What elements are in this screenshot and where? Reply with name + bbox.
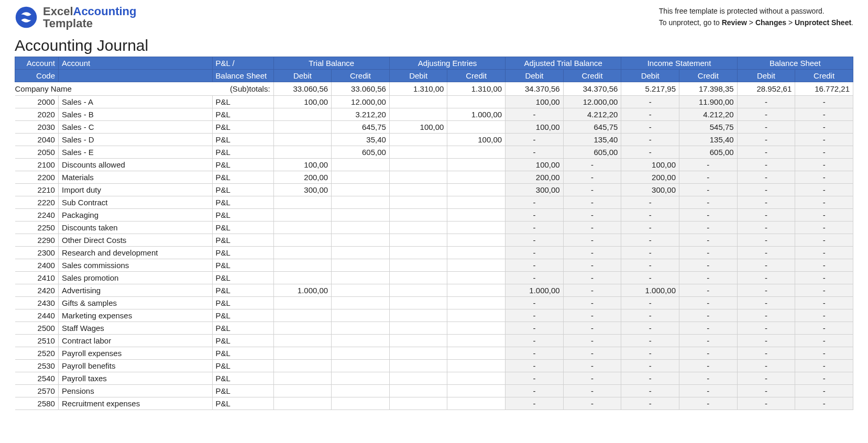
cell[interactable]: P&L [212,259,273,272]
cell[interactable]: P&L [212,309,273,322]
cell[interactable] [273,108,332,121]
cell[interactable] [273,272,332,284]
cell[interactable] [389,385,447,397]
cell[interactable]: 100,00 [447,134,506,146]
cell[interactable] [273,121,332,134]
cell[interactable]: 2250 [15,222,59,234]
cell[interactable]: 12.000,00 [332,96,390,108]
cell[interactable] [447,209,506,222]
cell[interactable] [273,196,332,209]
cell[interactable] [389,184,447,196]
cell[interactable]: Payroll expenses [58,347,212,360]
cell[interactable]: 2200 [15,171,59,184]
cell[interactable] [447,171,506,184]
cell[interactable]: 1.000,00 [273,284,332,297]
cell[interactable]: P&L [212,335,273,347]
cell[interactable] [332,309,390,322]
cell[interactable]: 200,00 [273,171,332,184]
cell[interactable]: Sales promotion [58,272,212,284]
cell[interactable]: P&L [212,121,273,134]
cell[interactable] [447,121,506,134]
cell[interactable] [447,222,506,234]
cell[interactable] [447,146,506,159]
cell[interactable]: 645,75 [332,121,390,134]
cell[interactable] [332,322,390,335]
cell[interactable] [332,247,390,259]
cell[interactable]: P&L [212,297,273,309]
cell[interactable]: Recruitment expenses [58,397,212,410]
cell[interactable] [389,222,447,234]
cell[interactable]: Contract labor [58,335,212,347]
cell[interactable]: P&L [212,347,273,360]
cell[interactable]: Sales - B [58,108,212,121]
cell[interactable] [332,284,390,297]
cell[interactable]: 3.212,20 [332,108,390,121]
cell[interactable] [332,234,390,247]
cell[interactable] [389,209,447,222]
cell[interactable]: 100,00 [273,159,332,171]
cell[interactable]: 300,00 [273,184,332,196]
cell[interactable] [273,209,332,222]
cell[interactable] [273,397,332,410]
cell[interactable]: 2050 [15,146,59,159]
cell[interactable]: 2410 [15,272,59,284]
cell[interactable]: P&L [212,209,273,222]
cell[interactable] [389,259,447,272]
subtotal-cell[interactable]: 17.398,35 [679,82,737,96]
subtotal-cell[interactable]: 28.952,61 [737,82,795,96]
cell[interactable] [332,222,390,234]
cell[interactable] [332,196,390,209]
cell[interactable] [332,184,390,196]
cell[interactable] [332,297,390,309]
cell[interactable] [273,146,332,159]
cell[interactable]: Sales - A [58,96,212,108]
cell[interactable]: Import duty [58,184,212,196]
cell[interactable]: P&L [212,171,273,184]
cell[interactable] [447,234,506,247]
cell[interactable]: Packaging [58,209,212,222]
cell[interactable]: 2020 [15,108,59,121]
subtotal-cell[interactable]: 5.217,95 [621,82,679,96]
subtotal-cell[interactable]: 33.060,56 [273,82,332,96]
cell[interactable]: P&L [212,146,273,159]
cell[interactable]: P&L [212,108,273,121]
cell[interactable]: P&L [212,385,273,397]
cell[interactable] [389,159,447,171]
cell[interactable]: P&L [212,284,273,297]
cell[interactable] [273,385,332,397]
cell[interactable]: 2580 [15,397,59,410]
cell[interactable] [447,309,506,322]
cell[interactable]: 2500 [15,322,59,335]
cell[interactable]: Sales - D [58,134,212,146]
subtotal-cell[interactable]: 1.310,00 [447,82,506,96]
cell[interactable]: P&L [212,322,273,335]
cell[interactable] [332,272,390,284]
cell[interactable] [389,309,447,322]
cell[interactable] [447,372,506,385]
cell[interactable] [447,96,506,108]
cell[interactable] [389,322,447,335]
cell[interactable] [447,347,506,360]
cell[interactable]: 2300 [15,247,59,259]
cell[interactable] [389,272,447,284]
cell[interactable]: 100,00 [273,96,332,108]
cell[interactable]: Payroll taxes [58,372,212,385]
cell[interactable] [447,272,506,284]
cell[interactable]: P&L [212,184,273,196]
subtotal-cell[interactable]: 1.310,00 [389,82,447,96]
cell[interactable]: P&L [212,360,273,372]
cell[interactable]: 2400 [15,259,59,272]
cell[interactable]: Marketing expenses [58,309,212,322]
cell[interactable]: P&L [212,222,273,234]
cell[interactable]: P&L [212,272,273,284]
cell[interactable]: P&L [212,159,273,171]
cell[interactable] [273,335,332,347]
cell[interactable] [447,385,506,397]
cell[interactable] [447,159,506,171]
cell[interactable]: P&L [212,134,273,146]
cell[interactable]: 2420 [15,284,59,297]
subtotal-cell[interactable]: 16.772,21 [795,82,853,96]
cell[interactable]: 2210 [15,184,59,196]
cell[interactable]: 2430 [15,297,59,309]
cell[interactable]: 2220 [15,196,59,209]
